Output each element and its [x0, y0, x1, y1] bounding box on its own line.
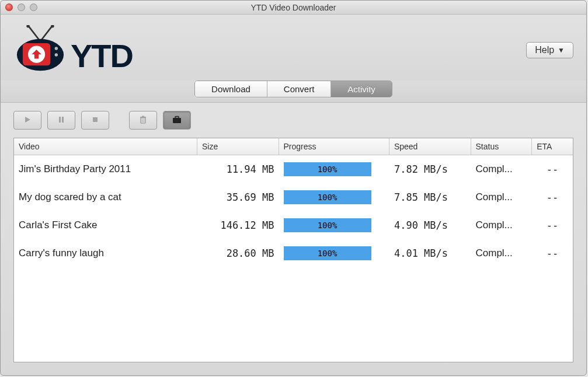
- zoom-button[interactable]: [30, 4, 37, 11]
- minimize-button[interactable]: [18, 4, 25, 11]
- svg-point-8: [55, 47, 58, 50]
- help-button-label: Help: [535, 45, 554, 55]
- svg-marker-10: [25, 117, 30, 123]
- traffic-lights: [5, 4, 37, 11]
- main-tabs: Download Convert Activity: [1, 81, 586, 103]
- window-title: YTD Video Downloader: [1, 3, 586, 12]
- table-row[interactable]: My dog scared by a cat35.69 MB100%7.85 M…: [14, 183, 573, 211]
- cell-eta: --: [532, 191, 573, 203]
- svg-rect-19: [173, 118, 181, 123]
- cell-speed: 4.90 MB/s: [389, 219, 471, 231]
- svg-rect-20: [175, 116, 179, 118]
- stop-icon: [91, 116, 99, 125]
- stop-button[interactable]: [81, 111, 109, 130]
- help-button[interactable]: Help ▼: [526, 42, 573, 58]
- cell-progress: 100%: [279, 246, 389, 260]
- cell-video: Carla's First Cake: [14, 219, 197, 231]
- pause-button[interactable]: [47, 111, 75, 130]
- header: YTD Help ▼: [1, 15, 586, 81]
- delete-button[interactable]: [129, 111, 157, 130]
- cell-progress: 100%: [279, 190, 389, 204]
- play-button[interactable]: [13, 111, 41, 130]
- cell-status: Compl...: [471, 163, 532, 175]
- activity-table: Video Size Progress Speed Status ETA Jim…: [13, 138, 573, 362]
- table-row[interactable]: Carry's funny laugh28.60 MB100%4.01 MB/s…: [14, 239, 573, 267]
- chevron-down-icon: ▼: [558, 46, 565, 54]
- table-row[interactable]: Carla's First Cake146.12 MB100%4.90 MB/s…: [14, 211, 573, 239]
- cell-video: My dog scared by a cat: [14, 191, 197, 203]
- tab-convert[interactable]: Convert: [267, 81, 331, 97]
- app-logo: YTD: [13, 25, 133, 75]
- progress-bar: 100%: [284, 190, 371, 204]
- activity-toolbar: [1, 103, 586, 138]
- cell-size: 35.69 MB: [197, 191, 279, 203]
- cell-size: 11.94 MB: [197, 163, 279, 175]
- tv-logo-icon: [13, 25, 67, 75]
- svg-rect-14: [141, 118, 145, 123]
- app-window: YTD Video Downloader YTD: [0, 0, 587, 376]
- cell-speed: 7.82 MB/s: [389, 163, 471, 175]
- cell-eta: --: [532, 219, 573, 231]
- cell-status: Compl...: [471, 191, 532, 203]
- svg-rect-11: [59, 117, 61, 123]
- clear-all-button[interactable]: [163, 111, 191, 130]
- cell-eta: --: [532, 163, 573, 175]
- svg-point-9: [55, 53, 58, 56]
- header-eta[interactable]: ETA: [532, 138, 573, 155]
- header-video[interactable]: Video: [14, 138, 197, 155]
- close-button[interactable]: [5, 4, 13, 11]
- cell-size: 28.60 MB: [197, 247, 279, 259]
- trash-icon: [138, 115, 148, 126]
- svg-rect-15: [140, 117, 146, 118]
- cell-speed: 4.01 MB/s: [389, 247, 471, 259]
- header-speed[interactable]: Speed: [389, 138, 471, 155]
- brand-text: YTD: [71, 37, 133, 75]
- header-size[interactable]: Size: [197, 138, 279, 155]
- progress-bar: 100%: [284, 218, 371, 232]
- tab-download[interactable]: Download: [195, 81, 267, 97]
- header-status[interactable]: Status: [471, 138, 533, 155]
- table-body: Jim's Birthday Party 201111.94 MB100%7.8…: [14, 155, 573, 362]
- progress-bar: 100%: [284, 246, 371, 260]
- header-progress[interactable]: Progress: [279, 138, 389, 155]
- cell-progress: 100%: [279, 218, 389, 232]
- progress-bar: 100%: [284, 162, 371, 176]
- cell-eta: --: [532, 247, 573, 259]
- svg-rect-16: [142, 116, 144, 117]
- cell-status: Compl...: [471, 247, 532, 259]
- cell-video: Jim's Birthday Party 2011: [14, 163, 197, 175]
- cell-speed: 7.85 MB/s: [389, 191, 471, 203]
- table-header: Video Size Progress Speed Status ETA: [14, 138, 573, 155]
- svg-line-1: [41, 26, 52, 40]
- cell-video: Carry's funny laugh: [14, 247, 197, 259]
- svg-line-0: [29, 26, 39, 40]
- table-row[interactable]: Jim's Birthday Party 201111.94 MB100%7.8…: [14, 155, 573, 183]
- cell-progress: 100%: [279, 162, 389, 176]
- svg-rect-13: [93, 117, 98, 122]
- pause-icon: [57, 116, 65, 125]
- cell-size: 146.12 MB: [197, 219, 279, 231]
- cell-status: Compl...: [471, 219, 532, 231]
- play-icon: [23, 116, 32, 125]
- svg-rect-12: [62, 117, 64, 123]
- titlebar: YTD Video Downloader: [1, 1, 586, 15]
- tab-activity[interactable]: Activity: [330, 81, 392, 97]
- briefcase-icon: [172, 115, 182, 126]
